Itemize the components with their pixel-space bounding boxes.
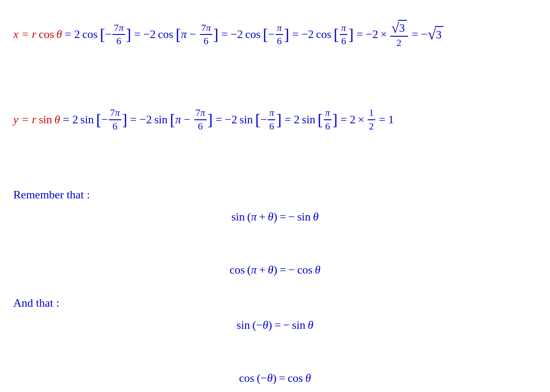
sin-bracket-close-1: ] (122, 112, 127, 128)
eq3: = −2 cos (131, 27, 176, 42)
sin-bracket-close-4: ] (332, 112, 338, 128)
sin-eq7: = 1 (376, 112, 394, 128)
theta-1: θ (56, 27, 62, 42)
formula-cos-pi-theta: cos (π + θ) = − cos θ (13, 263, 537, 277)
equation-line-2: y = r sin θ = 2 sin [ − 7π 6 ] = −2 sin … (13, 95, 537, 139)
spacer-1 (13, 73, 537, 95)
y-variable: y (13, 112, 19, 128)
bracket-close-1: ] (126, 27, 131, 42)
sin-bracket-open-1: [ (96, 112, 101, 128)
and-section: And that : sin (−θ) = − sin θ cos (−θ) =… (13, 292, 537, 385)
neg1: − (105, 27, 112, 42)
sin-eq6: = 2 × (338, 112, 367, 128)
sin-bracket-open-3: [ (255, 112, 261, 128)
spacer-5 (13, 347, 537, 365)
bracket-close-2: ] (213, 27, 219, 42)
sin-pi-symbol: π (175, 112, 181, 128)
equation-line-1: x = r cos θ = 2 cos [ − 7π 6 ] = −2 cos … (13, 9, 537, 56)
eq4: = −2 cos (219, 27, 263, 42)
x-variable: x (13, 27, 19, 42)
neg2: − (268, 27, 275, 42)
sin-eq5: = 2 sin (281, 112, 317, 128)
bracket-close-3: ] (284, 27, 289, 42)
sin-label-1: sin (36, 112, 54, 128)
spacer-4 (13, 292, 537, 297)
bracket-open-2: [ (176, 27, 181, 42)
remember-section: Remember that : sin (π + θ) = − sin θ co… (13, 188, 537, 277)
bracket-open-3: [ (263, 27, 268, 42)
frac-sqrt3-2: √3 2 (389, 20, 409, 49)
sin-eq2: = 2 sin (60, 112, 96, 128)
sin-bracket-open-2: [ (170, 112, 175, 128)
sin-minus1: − (181, 112, 193, 128)
sin-bracket-close-2: ] (208, 112, 213, 128)
equals-1: = (19, 27, 32, 42)
frac-pi-6-2: π 6 (339, 22, 348, 48)
formula-sin-pi-theta: sin (π + θ) = − sin θ (13, 210, 537, 224)
bracket-open-4: [ (334, 27, 339, 42)
sin-frac-1-2: 1 2 (367, 107, 376, 133)
formula-sin-neg-theta: sin (−θ) = − sin θ (13, 319, 537, 332)
equals-2: = (19, 112, 32, 128)
and-label: And that : (13, 297, 537, 310)
frac-pi-6-1: π 6 (275, 22, 284, 48)
sin-frac-7pi-6-1: 7π 6 (108, 107, 122, 133)
minus1: − (187, 27, 199, 42)
remember-label: Remember that : (13, 188, 537, 202)
sin-eq3: = −2 sin (127, 112, 170, 128)
pi-symbol: π (181, 27, 187, 42)
sin-frac-pi-6-1: π 6 (267, 107, 276, 133)
bracket-close-4: ] (348, 27, 354, 42)
bracket-open-1: [ (100, 27, 105, 42)
eq7: = − (409, 27, 427, 42)
frac-7pi-6-1: 7π 6 (112, 22, 126, 48)
sin-eq4: = −2 sin (213, 112, 255, 128)
sin-bracket-close-3: ] (276, 112, 281, 128)
sin-frac-pi-6-2: π 6 (323, 107, 332, 133)
eq6: = −2 × (354, 27, 389, 42)
theta-2: θ (54, 112, 60, 128)
sin-bracket-open-4: [ (318, 112, 323, 128)
sqrt-3-final: √3 (427, 26, 443, 43)
spacer-2 (13, 157, 537, 175)
frac-7pi-6-2: 7π 6 (199, 22, 213, 48)
r-variable: r (32, 27, 36, 42)
sin-neg2: − (261, 112, 267, 128)
r-variable-2: r (32, 112, 36, 128)
spacer-3 (13, 239, 537, 257)
sin-frac-7pi-6-2: 7π 6 (193, 107, 208, 133)
eq2: = 2 cos (62, 27, 100, 42)
sin-neg1: − (101, 112, 108, 128)
formula-cos-neg-theta: cos (−θ) = cos θ (13, 372, 537, 385)
eq5: = −2 cos (289, 27, 334, 42)
cos-label-1: cos (36, 27, 56, 42)
